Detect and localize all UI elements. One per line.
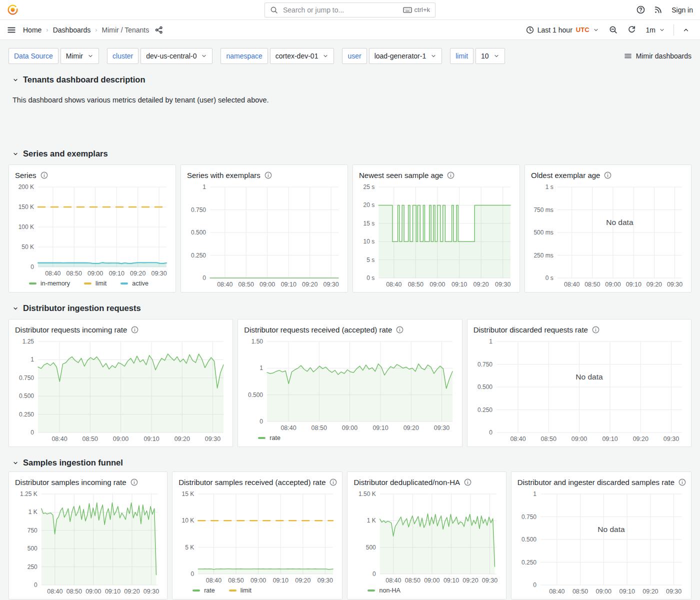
share-icon[interactable]	[155, 26, 163, 34]
info-icon[interactable]	[40, 172, 48, 179]
section-header-0[interactable]: Series and exemplars	[8, 149, 692, 158]
variable-namespace: namespacecortex-dev-01	[220, 48, 334, 64]
mimir-dashboards-button[interactable]: Mimir dashboards	[624, 52, 692, 60]
section-header-description[interactable]: Tenants dashboard description	[8, 75, 692, 84]
legend-swatch	[120, 282, 128, 284]
svg-text:09:10: 09:10	[373, 424, 388, 432]
breadcrumb-item[interactable]: Dashboards	[53, 26, 91, 34]
legend-swatch	[258, 437, 266, 439]
info-icon[interactable]	[330, 478, 337, 486]
panel: Distributor discarded requests rate 10.7…	[467, 319, 692, 447]
info-icon[interactable]	[592, 326, 600, 334]
svg-text:08:50: 08:50	[572, 588, 588, 595]
variable-value-dropdown[interactable]: cortex-dev-01	[270, 48, 334, 64]
panel-title[interactable]: Distributor samples received (accepted) …	[178, 478, 326, 486]
news-icon[interactable]	[654, 6, 662, 14]
panel: Distributor samples received (accepted) …	[172, 472, 342, 600]
search-box[interactable]: ctrl+k	[264, 2, 436, 18]
variable-value-dropdown[interactable]: dev-us-central-0	[140, 48, 212, 64]
variable-label[interactable]: namespace	[220, 48, 268, 64]
variable-label[interactable]: limit	[450, 48, 474, 64]
section-header-2[interactable]: Samples ingestion funnel	[8, 458, 692, 468]
breadcrumb-item[interactable]: Mimir / Tenants	[102, 26, 150, 34]
svg-text:08:50: 08:50	[584, 281, 600, 288]
svg-text:08:40: 08:40	[206, 577, 222, 584]
legend-item[interactable]: rate	[258, 434, 280, 442]
legend-swatch	[29, 282, 36, 284]
info-icon[interactable]	[396, 326, 404, 334]
refresh-interval-dropdown[interactable]: 1m	[642, 22, 668, 38]
svg-text:08:50: 08:50	[66, 588, 82, 595]
panel-title[interactable]: Distributor and ingester discarded sampl…	[518, 478, 674, 486]
panel-title[interactable]: Oldest exemplar age	[531, 171, 600, 180]
help-icon[interactable]	[636, 6, 645, 14]
search-icon	[270, 6, 278, 14]
section-title: Series and exemplars	[23, 149, 108, 158]
svg-text:0.500: 0.500	[248, 392, 263, 398]
svg-text:08:50: 08:50	[405, 577, 420, 584]
panel-title[interactable]: Distributor samples incoming rate	[15, 478, 126, 486]
chevron-down-icon	[12, 306, 18, 312]
svg-text:09:00: 09:00	[605, 281, 620, 288]
refresh-button[interactable]	[624, 22, 640, 38]
panel-title[interactable]: Distributor deduplicated/non-HA	[354, 478, 460, 486]
info-icon[interactable]	[264, 172, 272, 179]
svg-text:09:20: 09:20	[130, 270, 146, 277]
svg-text:No data: No data	[606, 218, 634, 226]
info-icon[interactable]	[604, 172, 612, 179]
sign-in-link[interactable]: Sign in	[672, 6, 693, 14]
breadcrumb-separator-icon: ›	[95, 26, 97, 34]
svg-text:0: 0	[30, 429, 34, 436]
legend-item[interactable]: in-memory	[29, 280, 70, 287]
svg-text:09:30: 09:30	[434, 424, 450, 432]
variable-label[interactable]: user	[342, 48, 366, 64]
svg-text:0: 0	[202, 274, 206, 282]
svg-text:1.50 K: 1.50 K	[359, 490, 376, 498]
chevron-down-icon	[12, 77, 18, 83]
divider	[674, 24, 674, 36]
panel: Distributor and ingester discarded sampl…	[511, 472, 692, 600]
variable-label[interactable]: cluster	[107, 48, 138, 64]
panel-title[interactable]: Series	[15, 171, 36, 180]
breadcrumb-item[interactable]: Home	[23, 26, 42, 34]
variable-value-dropdown[interactable]: 10	[476, 48, 505, 64]
legend-item[interactable]: limit	[229, 587, 252, 594]
variable-value-dropdown[interactable]: load-generator-1	[369, 48, 442, 64]
legend-item[interactable]: limit	[84, 280, 106, 287]
panel-title[interactable]: Distributor requests incoming rate	[15, 326, 127, 334]
panel: Distributor samples incoming rate 1.25 K…	[8, 472, 168, 600]
svg-text:09:10: 09:10	[144, 436, 159, 442]
legend-item[interactable]: rate	[192, 587, 215, 594]
svg-text:09:10: 09:10	[281, 281, 296, 288]
info-icon[interactable]	[447, 172, 454, 179]
chevron-down-icon	[12, 460, 18, 466]
svg-text:08:40: 08:40	[386, 281, 402, 288]
chevron-down-icon	[201, 53, 207, 59]
time-picker-button[interactable]: Last 1 hour UTC	[522, 22, 602, 38]
svg-text:0.750: 0.750	[522, 514, 536, 520]
zoom-out-button[interactable]	[606, 22, 621, 38]
svg-text:1 K: 1 K	[28, 508, 38, 516]
svg-text:0.250: 0.250	[478, 406, 492, 414]
info-icon[interactable]	[464, 478, 472, 486]
panel-title[interactable]: Distributor requests received (accepted)…	[244, 326, 392, 334]
info-icon[interactable]	[131, 326, 138, 334]
section-title: Distributor ingestion requests	[23, 304, 141, 313]
variable-value-dropdown[interactable]: Mimir	[60, 48, 99, 64]
refresh-icon	[628, 26, 636, 34]
section-header-1[interactable]: Distributor ingestion requests	[8, 304, 692, 313]
panel-title[interactable]: Newest seen sample age	[359, 171, 443, 180]
grafana-logo[interactable]	[7, 4, 18, 16]
legend-item[interactable]: non-HA	[368, 587, 400, 594]
svg-text:1.50: 1.50	[252, 338, 264, 345]
search-input[interactable]	[282, 6, 399, 14]
panel-title[interactable]: Distributor discarded requests rate	[474, 326, 588, 334]
legend-item[interactable]: active	[120, 280, 148, 287]
collapse-toolbar-button[interactable]	[679, 22, 693, 38]
variable-label[interactable]: Data Source	[8, 48, 58, 64]
info-icon[interactable]	[678, 478, 686, 486]
svg-text:09:20: 09:20	[646, 281, 662, 288]
info-icon[interactable]	[130, 478, 138, 486]
menu-icon[interactable]	[7, 26, 16, 34]
panel-title[interactable]: Series with exemplars	[187, 171, 260, 180]
